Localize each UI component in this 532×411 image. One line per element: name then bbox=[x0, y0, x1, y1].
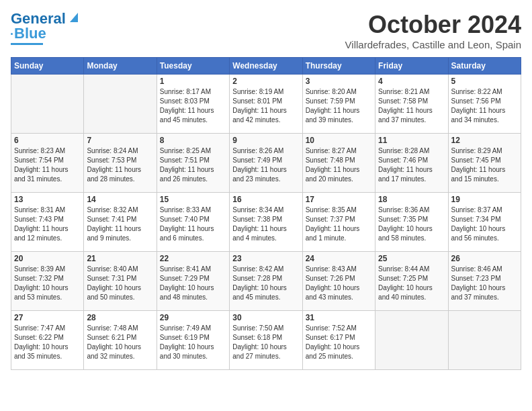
sunrise-text: Sunrise: 8:35 AM bbox=[306, 205, 372, 215]
sunset-text: Sunset: 8:01 PM bbox=[232, 97, 299, 106]
day-info: Sunrise: 8:23 AM Sunset: 7:54 PM Dayligh… bbox=[14, 146, 81, 184]
day-info: Sunrise: 8:29 AM Sunset: 7:45 PM Dayligh… bbox=[451, 146, 518, 184]
daylight-text: Daylight: 10 hours and 53 minutes. bbox=[14, 283, 81, 302]
sunrise-text: Sunrise: 8:17 AM bbox=[160, 87, 226, 97]
day-info: Sunrise: 8:19 AM Sunset: 8:01 PM Dayligh… bbox=[232, 87, 299, 125]
sunset-text: Sunset: 7:49 PM bbox=[232, 156, 299, 165]
page-header: General Blue October 2024 Villardefrades… bbox=[11, 11, 521, 50]
table-row: 24 Sunrise: 8:43 AM Sunset: 7:26 PM Dayl… bbox=[302, 252, 375, 311]
sunset-text: Sunset: 6:22 PM bbox=[14, 333, 81, 342]
sunrise-text: Sunrise: 7:52 AM bbox=[306, 324, 372, 333]
daylight-text: Daylight: 11 hours and 34 minutes. bbox=[451, 106, 518, 125]
col-monday: Monday bbox=[84, 58, 157, 75]
logo-underline bbox=[11, 43, 43, 45]
day-number: 22 bbox=[160, 254, 226, 263]
calendar-week-row: 27 Sunrise: 7:47 AM Sunset: 6:22 PM Dayl… bbox=[11, 311, 521, 370]
day-number: 25 bbox=[378, 254, 445, 263]
logo: General Blue bbox=[11, 11, 79, 45]
logo-text2: Blue bbox=[14, 26, 46, 42]
sunrise-text: Sunrise: 8:25 AM bbox=[160, 146, 226, 156]
table-row: 12 Sunrise: 8:29 AM Sunset: 7:45 PM Dayl… bbox=[448, 134, 521, 193]
col-sunday: Sunday bbox=[11, 58, 84, 75]
table-row: 28 Sunrise: 7:48 AM Sunset: 6:21 PM Dayl… bbox=[84, 311, 157, 370]
table-row: 11 Sunrise: 8:28 AM Sunset: 7:46 PM Dayl… bbox=[375, 134, 448, 193]
daylight-text: Daylight: 11 hours and 42 minutes. bbox=[232, 106, 299, 125]
day-info: Sunrise: 8:42 AM Sunset: 7:28 PM Dayligh… bbox=[232, 265, 299, 302]
sunset-text: Sunset: 7:46 PM bbox=[378, 156, 445, 165]
sunrise-text: Sunrise: 8:32 AM bbox=[87, 205, 153, 215]
daylight-text: Daylight: 11 hours and 37 minutes. bbox=[378, 106, 445, 125]
day-number: 20 bbox=[14, 254, 81, 263]
col-saturday: Saturday bbox=[448, 58, 521, 75]
day-number: 17 bbox=[306, 195, 372, 204]
daylight-text: Daylight: 11 hours and 12 minutes. bbox=[14, 224, 81, 243]
day-info: Sunrise: 8:35 AM Sunset: 7:37 PM Dayligh… bbox=[306, 205, 372, 243]
sunset-text: Sunset: 6:19 PM bbox=[160, 333, 226, 342]
daylight-text: Daylight: 10 hours and 27 minutes. bbox=[232, 342, 299, 361]
daylight-text: Daylight: 11 hours and 39 minutes. bbox=[306, 106, 372, 125]
day-number: 9 bbox=[232, 136, 299, 145]
sunset-text: Sunset: 8:03 PM bbox=[160, 97, 226, 106]
sunset-text: Sunset: 7:51 PM bbox=[160, 156, 226, 165]
col-tuesday: Tuesday bbox=[157, 58, 229, 75]
day-info: Sunrise: 8:39 AM Sunset: 7:32 PM Dayligh… bbox=[14, 265, 81, 302]
day-info: Sunrise: 8:32 AM Sunset: 7:41 PM Dayligh… bbox=[87, 205, 153, 243]
day-number: 18 bbox=[378, 195, 445, 204]
day-info: Sunrise: 8:17 AM Sunset: 8:03 PM Dayligh… bbox=[160, 87, 226, 125]
day-info: Sunrise: 8:27 AM Sunset: 7:48 PM Dayligh… bbox=[306, 146, 372, 184]
sunrise-text: Sunrise: 8:24 AM bbox=[87, 146, 153, 156]
calendar-week-row: 13 Sunrise: 8:31 AM Sunset: 7:43 PM Dayl… bbox=[11, 193, 521, 252]
day-info: Sunrise: 8:43 AM Sunset: 7:26 PM Dayligh… bbox=[306, 265, 372, 302]
day-info: Sunrise: 7:48 AM Sunset: 6:21 PM Dayligh… bbox=[87, 324, 153, 361]
table-row: 16 Sunrise: 8:34 AM Sunset: 7:38 PM Dayl… bbox=[230, 193, 302, 252]
col-wednesday: Wednesday bbox=[230, 58, 302, 75]
day-info: Sunrise: 8:34 AM Sunset: 7:38 PM Dayligh… bbox=[232, 205, 299, 243]
table-row: 19 Sunrise: 8:37 AM Sunset: 7:34 PM Dayl… bbox=[448, 193, 521, 252]
sunrise-text: Sunrise: 8:21 AM bbox=[378, 87, 445, 97]
sunrise-text: Sunrise: 8:22 AM bbox=[451, 87, 518, 97]
daylight-text: Daylight: 11 hours and 31 minutes. bbox=[14, 165, 81, 184]
day-number: 21 bbox=[87, 254, 153, 263]
day-info: Sunrise: 8:41 AM Sunset: 7:29 PM Dayligh… bbox=[160, 265, 226, 302]
sunset-text: Sunset: 7:29 PM bbox=[160, 274, 226, 283]
table-row bbox=[448, 311, 521, 370]
sunset-text: Sunset: 7:35 PM bbox=[378, 215, 445, 224]
day-number: 2 bbox=[232, 77, 299, 86]
sunrise-text: Sunrise: 8:31 AM bbox=[14, 205, 81, 215]
day-info: Sunrise: 7:52 AM Sunset: 6:17 PM Dayligh… bbox=[306, 324, 372, 361]
table-row: 6 Sunrise: 8:23 AM Sunset: 7:54 PM Dayli… bbox=[11, 134, 84, 193]
sunrise-text: Sunrise: 8:37 AM bbox=[451, 205, 518, 215]
daylight-text: Daylight: 11 hours and 28 minutes. bbox=[87, 165, 153, 184]
table-row: 18 Sunrise: 8:36 AM Sunset: 7:35 PM Dayl… bbox=[375, 193, 448, 252]
daylight-text: Daylight: 11 hours and 45 minutes. bbox=[160, 106, 226, 125]
day-number: 31 bbox=[306, 313, 372, 322]
sunrise-text: Sunrise: 8:29 AM bbox=[451, 146, 518, 156]
day-info: Sunrise: 8:40 AM Sunset: 7:31 PM Dayligh… bbox=[87, 265, 153, 302]
day-number: 12 bbox=[451, 136, 518, 145]
daylight-text: Daylight: 10 hours and 30 minutes. bbox=[160, 342, 226, 361]
col-thursday: Thursday bbox=[302, 58, 375, 75]
table-row: 22 Sunrise: 8:41 AM Sunset: 7:29 PM Dayl… bbox=[157, 252, 229, 311]
calendar-header-row: Sunday Monday Tuesday Wednesday Thursday… bbox=[11, 58, 521, 75]
daylight-text: Daylight: 11 hours and 1 minute. bbox=[306, 224, 372, 243]
table-row: 8 Sunrise: 8:25 AM Sunset: 7:51 PM Dayli… bbox=[157, 134, 229, 193]
sunset-text: Sunset: 7:58 PM bbox=[378, 97, 445, 106]
table-row: 5 Sunrise: 8:22 AM Sunset: 7:56 PM Dayli… bbox=[448, 75, 521, 134]
table-row: 9 Sunrise: 8:26 AM Sunset: 7:49 PM Dayli… bbox=[230, 134, 302, 193]
day-number: 29 bbox=[160, 313, 226, 322]
sunrise-text: Sunrise: 8:39 AM bbox=[14, 265, 81, 274]
daylight-text: Daylight: 11 hours and 20 minutes. bbox=[306, 165, 372, 184]
table-row: 27 Sunrise: 7:47 AM Sunset: 6:22 PM Dayl… bbox=[11, 311, 84, 370]
sunrise-text: Sunrise: 8:46 AM bbox=[451, 265, 518, 274]
sunrise-text: Sunrise: 8:42 AM bbox=[232, 265, 299, 274]
day-number: 6 bbox=[14, 136, 81, 145]
sunrise-text: Sunrise: 8:20 AM bbox=[306, 87, 372, 97]
svg-marker-0 bbox=[70, 13, 78, 22]
sunset-text: Sunset: 7:32 PM bbox=[14, 274, 81, 283]
sunset-text: Sunset: 7:40 PM bbox=[160, 215, 226, 224]
day-number: 16 bbox=[232, 195, 299, 204]
sunset-text: Sunset: 7:28 PM bbox=[232, 274, 299, 283]
col-friday: Friday bbox=[375, 58, 448, 75]
sunrise-text: Sunrise: 8:44 AM bbox=[378, 265, 445, 274]
sunrise-text: Sunrise: 8:27 AM bbox=[306, 146, 372, 156]
